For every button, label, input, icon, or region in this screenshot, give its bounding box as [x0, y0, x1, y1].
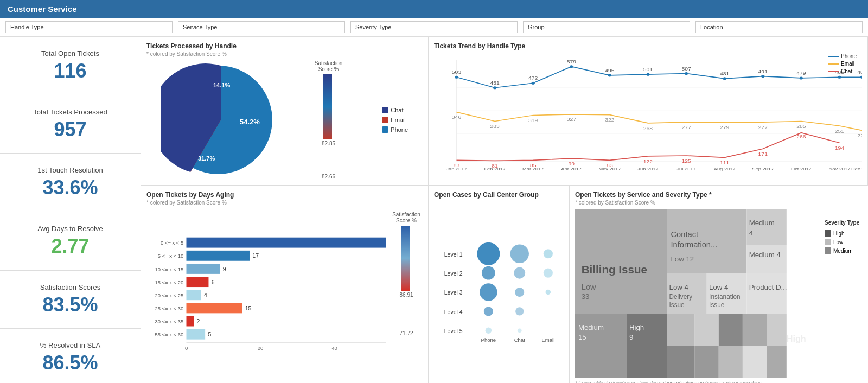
bar-legend: Satisfaction Score % 86.91 — [390, 209, 423, 383]
y-15-20: 15 <= x < 20 — [155, 279, 184, 285]
lbl-495: 495 — [605, 68, 614, 73]
tile-product-label: Product D... — [749, 283, 787, 291]
kpi-total-processed-value: 957 — [54, 118, 86, 141]
lbl-485b: 485 — [857, 69, 862, 75]
lbl-346: 346 — [452, 114, 461, 120]
treemap-svg: Billing Issue Low 33 Contact Information… — [575, 209, 822, 378]
pie-chat-pct: 14.1% — [213, 82, 230, 88]
treemap-subtitle: * colored by Satisfaction Score % — [575, 200, 863, 206]
location-filter[interactable]: Location — [695, 21, 863, 33]
bubble-l2-chat — [514, 267, 525, 279]
bar-30-35-val: 2 — [196, 318, 200, 324]
line-legend-chat: Chat — [828, 68, 857, 74]
line-chart-box: Tickets Trend by Handle Type — [429, 37, 868, 185]
tile-installation-sub: Instanation — [709, 293, 741, 301]
x-aug: Aug 2017 — [714, 167, 736, 171]
level3-label: Level 3 — [444, 289, 463, 296]
bar-sat-max: 86.91 — [399, 292, 413, 298]
lbl-507: 507 — [681, 66, 691, 72]
bubble-chart-box: Open Cases by Call Center Group Level 1 … — [429, 186, 570, 383]
kpi-avg-days-label: Avg Days to Resolve — [37, 225, 103, 233]
pie-chart-svg: 54.2% 31.7% 14.1% — [161, 60, 280, 180]
tile-billing-sub: Low — [582, 282, 596, 291]
lbl-481: 481 — [720, 71, 729, 76]
filter-bar: Handle Type Service Type Severity Type G… — [0, 18, 868, 37]
bubble-l2-email — [544, 269, 553, 278]
sat-min: 82.66 — [322, 174, 335, 180]
lbl-268: 268 — [643, 126, 653, 131]
col-email: Email — [541, 337, 554, 343]
phone-point-4 — [570, 65, 573, 68]
bar-25-30-val: 15 — [245, 305, 252, 311]
x-jan: Jan 2017 — [446, 167, 467, 171]
tile-contact-label2: Information... — [671, 240, 718, 249]
chat-legend-color — [382, 107, 388, 113]
tile-billing-label: Billing Issue — [582, 263, 647, 276]
kpi-sla-label: % Resolved in SLA — [40, 341, 100, 349]
low-color — [825, 239, 831, 245]
kpi-first-touch: 1st Touch Resolution 33.6% — [0, 154, 141, 212]
line-chart-title: Tickets Trend by Handle Type — [434, 42, 862, 50]
service-type-filter[interactable]: Service Type — [178, 21, 345, 33]
kpi-total-open-label: Total Open Tickets — [41, 49, 99, 58]
pie-phone-pct: 54.2% — [240, 118, 260, 126]
x-oct: Oct 2017 — [791, 167, 812, 171]
tile-contact-sub: Low 12 — [671, 254, 694, 263]
chat-line-icon — [828, 71, 839, 72]
bar-15-20 — [187, 277, 209, 287]
lbl-283: 283 — [490, 124, 499, 129]
lbl-491: 491 — [758, 69, 768, 74]
phone-point-3 — [532, 82, 535, 85]
tile-small1 — [667, 314, 694, 346]
kpi-sla: % Resolved in SLA 86.5% — [0, 329, 141, 383]
bar-55-60-val: 5 — [208, 331, 211, 337]
x-20: 20 — [258, 345, 264, 351]
x-sep: Sep 2017 — [752, 167, 774, 171]
phone-point-6 — [646, 73, 649, 76]
sat-max: 82.85 — [322, 141, 335, 146]
group-filter[interactable]: Group — [523, 21, 690, 33]
x-may: May 2017 — [598, 167, 621, 171]
kpi-satisfaction-label: Satisfaction Scores — [40, 283, 100, 291]
y-20-25: 20 <= x < 25 — [155, 292, 184, 298]
x-nov: Nov 2017 — [828, 167, 850, 171]
email-legend-color — [382, 117, 388, 123]
tile-med4a-label: Medium — [749, 219, 775, 227]
severity-type-filter[interactable]: Severity Type — [350, 21, 518, 33]
phone-point-5 — [608, 74, 611, 76]
phone-legend-color — [382, 126, 388, 133]
x-jun: Jun 2017 — [637, 167, 659, 171]
high-label: High — [833, 231, 845, 237]
phone-label: Phone — [391, 126, 408, 133]
line-legend-email: Email — [828, 61, 857, 67]
level4-label: Level 4 — [444, 309, 463, 315]
line-legend: Phone Email Chat — [828, 53, 857, 74]
lbl-277a: 277 — [681, 125, 691, 130]
kpi-avg-days-value: 2.77 — [51, 235, 89, 258]
handle-type-filter[interactable]: Handle Type — [5, 21, 173, 33]
treemap-box: Open Tickets by Service and Severity Typ… — [570, 186, 868, 383]
x-jul: Jul 2017 — [676, 167, 696, 171]
tile-med4a-val: 4 — [749, 229, 753, 237]
x-mar: Mar 2017 — [522, 167, 544, 171]
email-legend-label: Email — [841, 61, 854, 67]
lbl-451: 451 — [490, 80, 499, 86]
bar-sat-min: 71.72 — [399, 330, 413, 336]
phone-legend-label: Phone — [841, 53, 857, 59]
kpi-total-open-value: 116 — [54, 60, 86, 82]
email-line-icon — [828, 63, 839, 65]
kpi-panel: Total Open Tickets 116 Total Tickets Pro… — [0, 37, 141, 383]
kpi-first-touch-label: 1st Touch Resolution — [37, 166, 103, 174]
lbl-501: 501 — [643, 67, 653, 72]
tile-small4 — [743, 314, 767, 346]
tile-med4b — [746, 245, 787, 273]
phone-point-10 — [800, 76, 803, 79]
tile-med15-label: Medium — [578, 323, 604, 331]
pie-legend-chat: Chat — [382, 107, 408, 113]
bubble-chart-area: Level 1 Level 2 Level 3 Level 4 Level 5 … — [434, 200, 564, 383]
level5-label: Level 5 — [444, 328, 463, 334]
lbl-122: 122 — [643, 158, 653, 164]
severity-legend-title: Severity Type — [825, 220, 863, 226]
y-5-10: 5 <= x < 10 — [158, 253, 184, 259]
x-0: 0 — [185, 345, 188, 351]
